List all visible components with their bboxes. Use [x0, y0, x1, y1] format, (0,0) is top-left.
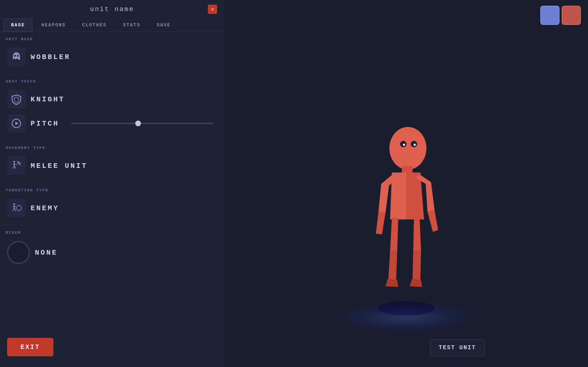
svg-point-3 [14, 55, 16, 57]
rider-label: RIDER [6, 230, 219, 235]
unit-name-title: unit name [90, 6, 134, 13]
svg-point-25 [378, 301, 435, 315]
right-panel: TEST UNIT [224, 0, 588, 367]
tab-save[interactable]: SAVE [149, 18, 178, 32]
exit-button[interactable]: EXIT [7, 338, 53, 356]
movement-type-label: MOVEMENT TYPE [6, 146, 219, 150]
test-unit-button[interactable]: TEST UNIT [430, 339, 485, 356]
rider-value: NONE [35, 249, 58, 257]
unit-base-row[interactable]: WOBBLER [6, 45, 219, 69]
svg-point-7 [14, 161, 15, 163]
character-display [224, 0, 588, 367]
svg-line-17 [13, 208, 14, 211]
nav-tabs: BASE WEAPONS CLOTHES STATS SAVE [0, 18, 224, 32]
rider-row[interactable]: NONE [6, 238, 219, 267]
targeting-type-value: ENEMY [31, 204, 59, 212]
tab-weapons[interactable]: WEAPONS [34, 18, 73, 32]
wobbler-icon-box [7, 48, 26, 66]
rider-section: RIDER NONE [0, 225, 224, 272]
targeting-icon [11, 202, 22, 214]
pitch-thumb [135, 121, 141, 126]
svg-point-4 [17, 55, 19, 57]
targeting-type-label: TARGETING TYPE [6, 188, 219, 192]
title-bar: unit name × [0, 0, 224, 18]
svg-point-26 [389, 127, 426, 170]
tab-stats[interactable]: STATS [115, 18, 148, 32]
svg-point-29 [403, 144, 405, 146]
movement-type-row[interactable]: MELEE UNIT [6, 154, 219, 178]
targeting-icon-box [7, 199, 26, 217]
left-panel: unit name × BASE WEAPONS CLOTHES STATS S… [0, 0, 224, 367]
rider-circle-icon [7, 241, 30, 264]
unit-base-label: UNIT BASE [6, 37, 219, 41]
character-svg [356, 120, 456, 319]
svg-point-30 [414, 144, 416, 146]
melee-icon-box [7, 156, 26, 175]
svg-point-20 [16, 206, 21, 211]
svg-rect-31 [402, 166, 413, 173]
unit-voice-value: KNIGHT [31, 95, 65, 103]
close-button[interactable]: × [208, 5, 217, 14]
pitch-icon-box [7, 114, 26, 133]
unit-voice-label: UNIT VOICE [6, 79, 219, 84]
targeting-type-section: TARGETING TYPE ENEMY [0, 183, 224, 225]
pitch-row: PITCH [6, 111, 219, 135]
svg-line-10 [14, 166, 16, 169]
pitch-icon [11, 118, 22, 129]
svg-marker-6 [15, 122, 19, 125]
knight-icon-box [7, 90, 26, 108]
targeting-type-row[interactable]: ENEMY [6, 196, 219, 220]
pitch-label: PITCH [31, 119, 66, 128]
tab-base[interactable]: BASE [4, 18, 32, 32]
movement-type-section: MOVEMENT TYPE MELEE UNIT [0, 141, 224, 183]
character-figure [356, 120, 456, 321]
unit-voice-section: UNIT VOICE KNIGHT PITCH [0, 74, 224, 141]
movement-type-value: MELEE UNIT [31, 162, 88, 170]
svg-line-9 [13, 166, 14, 169]
wobbler-icon [11, 51, 22, 63]
melee-icon [11, 160, 22, 171]
shield-icon [11, 94, 22, 105]
tab-clothes[interactable]: CLOTHES [75, 18, 114, 32]
unit-voice-row[interactable]: KNIGHT [6, 87, 219, 111]
svg-line-18 [14, 208, 16, 211]
svg-line-14 [16, 163, 19, 165]
svg-point-15 [14, 203, 15, 205]
pitch-slider[interactable] [71, 123, 214, 124]
unit-base-value: WOBBLER [31, 53, 70, 61]
unit-base-section: UNIT BASE WOBBLER [0, 32, 224, 74]
